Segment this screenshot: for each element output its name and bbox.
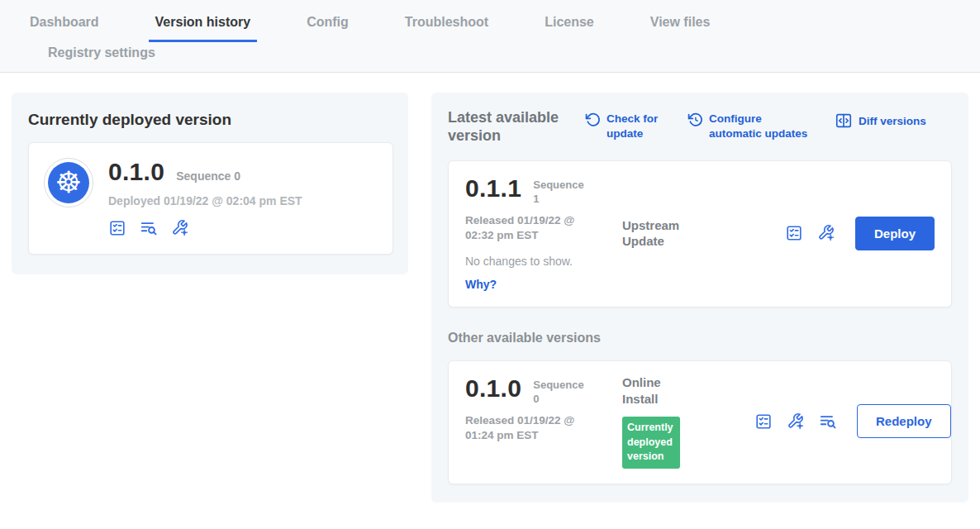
check-for-update-label: Check for update [607,112,666,141]
preflight-checks-icon[interactable] [108,219,126,237]
tab-registry-settings[interactable]: Registry settings [41,42,162,72]
deployed-version-row: 0.1.0 Sequence 0 [108,158,302,186]
kubernetes-wheel-glyph: ☸ [55,168,82,198]
nav-row-2: Registry settings [0,42,980,72]
available-versions-panel: Latest available version Check for updat… [431,93,968,503]
currently-deployed-badge: Currently deployed version [622,417,680,469]
edit-config-icon[interactable] [817,224,835,242]
kubernetes-wheel-icon: ☸ [48,162,89,203]
tab-license[interactable]: License [538,5,601,42]
tab-version-history[interactable]: Version history [149,5,258,42]
main-content: Currently deployed version ☸ 0.1.0 Seque… [0,73,980,503]
latest-version-title: Latest available version [448,109,564,145]
app-nav: Dashboard Version history Config Trouble… [0,0,980,73]
release-notes-icon[interactable] [819,412,837,431]
latest-version-number: 0.1.1 [465,174,521,203]
deployed-version-card: ☸ 0.1.0 Sequence 0 Deployed 01/19/22 @ 0… [28,142,393,255]
other-released-timestamp: Released 01/19/22 @ 01:24 pm EST [465,413,593,443]
other-sequence-label: Sequence 0 [533,374,586,407]
redeploy-button[interactable]: Redeploy [857,404,951,438]
latest-released-timestamp: Released 01/19/22 @ 02:32 pm EST [465,213,593,243]
preflight-checks-icon[interactable] [785,224,803,242]
deployed-sequence-label: Sequence 0 [176,169,240,183]
other-source-column: Online Install Currently deployed versio… [622,374,754,469]
preflight-checks-icon[interactable] [754,412,773,431]
release-notes-icon[interactable] [140,219,158,237]
other-version-number: 0.1.0 [465,374,521,403]
no-changes-text: No changes to show. [465,255,622,268]
deployed-actions-icon-row [108,219,302,237]
tab-troubleshoot[interactable]: Troubleshoot [398,5,495,42]
other-version-details: 0.1.0 Sequence 0 Released 01/19/22 @ 01:… [465,374,622,469]
deployed-version-number: 0.1.0 [108,158,164,186]
edit-config-icon[interactable] [787,412,805,431]
auto-update-clock-icon [687,112,703,127]
online-install-label: Online Install [622,374,697,407]
latest-version-row: 0.1.1 Sequence 1 [465,174,622,207]
tab-config[interactable]: Config [300,5,355,42]
other-versions-title: Other available versions [448,331,952,346]
latest-version-header: Latest available version Check for updat… [448,109,952,145]
why-link[interactable]: Why? [465,278,497,291]
other-version-row: 0.1.0 Sequence 0 [465,374,622,407]
diff-versions-link[interactable]: Diff versions [835,112,926,130]
latest-sequence-label: Sequence 1 [533,174,586,207]
tab-dashboard[interactable]: Dashboard [23,5,106,42]
diff-versions-label: Diff versions [859,114,926,129]
currently-deployed-title: Currently deployed version [28,111,393,129]
deployed-version-info: 0.1.0 Sequence 0 Deployed 01/19/22 @ 02:… [108,158,302,237]
deployed-timestamp: Deployed 01/19/22 @ 02:04 pm EST [108,194,302,207]
edit-config-icon[interactable] [171,219,189,237]
kubernetes-logo-icon: ☸ [44,158,93,207]
refresh-icon [585,112,601,127]
check-for-update-link[interactable]: Check for update [585,112,666,141]
latest-actions: Deploy [785,217,935,250]
upstream-update-label: Upstream Update [622,217,697,250]
deploy-button[interactable]: Deploy [855,217,935,250]
latest-source-column: Upstream Update [622,174,754,292]
latest-version-details: 0.1.1 Sequence 1 Released 01/19/22 @ 02:… [465,174,622,292]
latest-version-card: 0.1.1 Sequence 1 Released 01/19/22 @ 02:… [448,160,952,307]
configure-automatic-updates-label: Configure automatic updates [709,112,813,141]
tab-view-files[interactable]: View files [644,5,717,42]
other-version-card: 0.1.0 Sequence 0 Released 01/19/22 @ 01:… [448,360,952,484]
diff-icon [835,112,853,130]
other-actions: Redeploy [754,404,951,438]
nav-row-1: Dashboard Version history Config Trouble… [0,5,980,42]
currently-deployed-panel: Currently deployed version ☸ 0.1.0 Seque… [12,93,408,274]
configure-automatic-updates-link[interactable]: Configure automatic updates [687,112,813,141]
